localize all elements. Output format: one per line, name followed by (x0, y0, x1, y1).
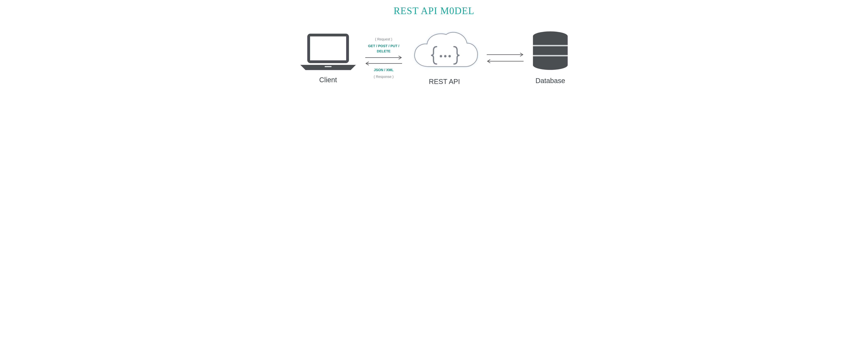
svg-rect-1 (310, 36, 346, 60)
arrow-right-icon (486, 53, 524, 57)
database-node: Database (531, 31, 569, 85)
response-formats: JSON / XML (374, 67, 393, 72)
laptop-icon (299, 32, 358, 72)
database-label: Database (535, 77, 565, 85)
diagram-title: REST API M0DEL (394, 5, 474, 16)
api-node: REST API (410, 30, 479, 86)
svg-rect-2 (324, 66, 332, 67)
api-db-connector (483, 53, 528, 63)
arrow-right-icon (365, 56, 403, 60)
svg-point-5 (440, 55, 442, 57)
arrow-left-icon (486, 59, 524, 63)
svg-point-7 (448, 55, 451, 57)
client-label: Client (319, 76, 337, 84)
http-methods: GET / POST / PUT / DELETE (366, 43, 401, 54)
client-node: Client (299, 32, 358, 84)
response-caption: ( Response ) (374, 74, 394, 79)
database-icon (531, 31, 569, 73)
cloud-api-icon (410, 30, 479, 73)
arrow-left-icon (365, 61, 403, 66)
client-api-connector: ( Request ) GET / POST / PUT / DELETE JS… (361, 37, 406, 79)
request-caption: ( Request ) (375, 37, 392, 42)
svg-point-6 (444, 55, 446, 57)
diagram-row: Client ( Request ) GET / POST / PUT / DE… (299, 30, 569, 86)
api-label: REST API (429, 78, 460, 86)
